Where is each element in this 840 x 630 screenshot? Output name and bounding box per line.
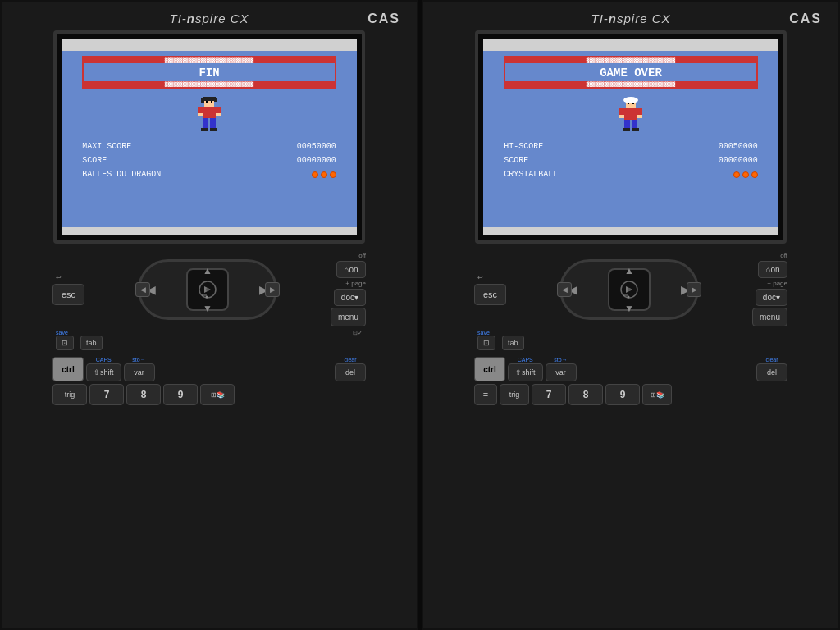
svg-point-18 bbox=[206, 295, 208, 298]
calc-right-cas: CAS bbox=[789, 11, 822, 26]
doc-key-right[interactable]: doc▾ bbox=[756, 289, 788, 306]
num9-key-left[interactable]: 9 bbox=[163, 384, 198, 405]
score-line-3-left: BALLES DU DRAGON bbox=[82, 167, 336, 181]
score-line-2-right: SCORE 00000000 bbox=[504, 153, 758, 167]
caps-label-left: CAPS bbox=[86, 357, 121, 363]
keyboard-row2-left: save ⊡ tab ⊡✓ bbox=[49, 330, 369, 350]
game-area-left: ▓▓▓▓▓▓▓▓▓▓▓▓▓▓▓▓▓▓▓▓▓▓▓▓▓▓▓▓▓▓ FIN ▓▓▓▓▓… bbox=[62, 51, 357, 227]
shift-key-left[interactable]: ⇧shift bbox=[86, 363, 121, 381]
svg-rect-26 bbox=[637, 108, 642, 115]
svg-rect-1 bbox=[203, 97, 216, 101]
dpad-up-right[interactable]: ▲ bbox=[624, 265, 634, 276]
dpad-ring-right: ◀ ▶ ▲ ▼ bbox=[559, 259, 699, 320]
save-key-right[interactable]: ⊡ bbox=[477, 336, 495, 350]
center-icon-left bbox=[195, 277, 220, 302]
home-key-left[interactable]: ⌂on bbox=[336, 261, 366, 278]
svg-rect-11 bbox=[203, 118, 208, 128]
num7-key-left[interactable]: 7 bbox=[89, 384, 124, 405]
calc-right-header: TI-nspire CX CAS bbox=[431, 8, 830, 30]
var-key-right[interactable]: var bbox=[546, 363, 577, 381]
svg-rect-8 bbox=[216, 107, 221, 113]
svg-rect-31 bbox=[623, 128, 630, 131]
side-btn-left-right[interactable]: ◀ bbox=[557, 282, 572, 297]
side-btn-left-left[interactable]: ◀ bbox=[135, 282, 150, 297]
ctrl-key-right[interactable]: ctrl bbox=[474, 357, 505, 381]
sto-label-right: sto→ bbox=[546, 357, 577, 363]
svg-rect-27 bbox=[619, 115, 624, 118]
calc-right-brand: TI-nspire CX bbox=[591, 11, 670, 25]
sto-var-group: sto→ var bbox=[124, 357, 155, 381]
clear-del-group: clear del bbox=[335, 357, 366, 381]
keyboard-row1-left: ↩ esc ◀ ▶ ▲ ▼ bbox=[49, 252, 369, 326]
num7-key-right[interactable]: 7 bbox=[532, 384, 566, 405]
calculator-right: TI-nspire CX CAS ▓▓▓▓▓▓▓▓▓▓▓▓▓▓▓▓▓▓▓▓▓▓▓… bbox=[422, 0, 840, 630]
svg-rect-14 bbox=[210, 128, 217, 131]
side-btn-right-left[interactable]: ▶ bbox=[265, 282, 280, 297]
menu-key-left[interactable]: menu bbox=[331, 308, 366, 326]
esc-key-right[interactable]: esc bbox=[474, 284, 506, 305]
home-key-right[interactable]: ⌂on bbox=[758, 261, 788, 278]
keyboard-row1-right: ↩ esc ◀ ▶ ▲ ▼ bbox=[471, 252, 791, 326]
dpad-up-left[interactable]: ▲ bbox=[203, 265, 212, 276]
page-label-left: + page bbox=[345, 280, 366, 287]
keyboard-bottom-right: ctrl CAPS ⇧shift sto→ var clear del bbox=[471, 354, 791, 405]
dpad-area-right: ◀ ▶ ▲ ▼ bbox=[555, 257, 703, 322]
ball-r2 bbox=[742, 171, 749, 178]
side-btn-right-right[interactable]: ▶ bbox=[687, 282, 701, 297]
svg-rect-4 bbox=[206, 101, 208, 103]
keyboard-row2-right: save ⊡ tab bbox=[471, 330, 791, 350]
keyboard-left: ↩ esc ◀ ▶ ▲ ▼ bbox=[49, 252, 369, 405]
trig-key-right[interactable]: trig bbox=[500, 384, 529, 405]
svg-rect-9 bbox=[198, 113, 203, 116]
dpad-down-right[interactable]: ▼ bbox=[624, 303, 634, 314]
number-row-left: trig 7 8 9 ⊞📚 bbox=[49, 384, 369, 405]
score-area-left: MAXI SCORE 00050000 SCORE 00000000 BALLE… bbox=[82, 139, 336, 181]
tab-key-left[interactable]: tab bbox=[80, 336, 103, 350]
calc-left-cas: CAS bbox=[368, 11, 400, 26]
game-area-right: ▓▓▓▓▓▓▓▓▓▓▓▓▓▓▓▓▓▓▓▓▓▓▓▓▓▓▓▓▓▓ GAME OVER… bbox=[483, 51, 778, 227]
eq-key-right[interactable]: = bbox=[474, 384, 497, 405]
dpad-down-left[interactable]: ▼ bbox=[203, 303, 212, 314]
modifier-row-left: ctrl CAPS ⇧shift sto→ var clear del bbox=[49, 357, 369, 381]
num8-key-right[interactable]: 8 bbox=[568, 384, 603, 405]
svg-rect-5 bbox=[211, 101, 212, 103]
dpad-area-left: ◀ ▶ ▲ ▼ bbox=[134, 257, 281, 322]
svg-rect-13 bbox=[201, 128, 208, 131]
screen-top-white-right bbox=[483, 39, 778, 51]
title-top-border: ▓▓▓▓▓▓▓▓▓▓▓▓▓▓▓▓▓▓▓▓▓▓▓▓▓▓▓▓▓▓ bbox=[84, 57, 335, 63]
menu-key-right[interactable]: menu bbox=[752, 308, 788, 326]
off-label-right: off bbox=[780, 252, 788, 259]
calculator-left: TI-nspire CX CAS ▓▓▓▓▓▓▓▓▓▓▓▓▓▓▓▓▓▓▓▓▓▓▓… bbox=[0, 0, 418, 630]
num9-key-right[interactable]: 9 bbox=[605, 384, 640, 405]
calc-left-brand: TI-nspire CX bbox=[169, 11, 249, 25]
calc-right-screen: ▓▓▓▓▓▓▓▓▓▓▓▓▓▓▓▓▓▓▓▓▓▓▓▓▓▓▓▓▓▓ GAME OVER… bbox=[483, 39, 778, 235]
del-key-right[interactable]: del bbox=[756, 363, 788, 381]
tab-key-right[interactable]: tab bbox=[502, 336, 524, 350]
esc-key-left[interactable]: esc bbox=[52, 284, 84, 305]
num8-key-left[interactable]: 8 bbox=[126, 384, 161, 405]
var-key-left[interactable]: var bbox=[124, 363, 155, 381]
ctrl-key-left[interactable]: ctrl bbox=[52, 357, 84, 381]
extra-key-right[interactable]: ⊞📚 bbox=[642, 384, 672, 405]
keyboard-bottom-left: ctrl CAPS ⇧shift sto→ var clear del bbox=[49, 354, 369, 405]
balls-left bbox=[312, 171, 336, 178]
extra-key-left[interactable]: ⊞📚 bbox=[200, 384, 235, 405]
off-label-left: off bbox=[358, 252, 366, 259]
title-text-container: FIN bbox=[84, 63, 335, 81]
calc-left-screen-bezel: ▓▓▓▓▓▓▓▓▓▓▓▓▓▓▓▓▓▓▓▓▓▓▓▓▓▓▓▓▓▓ FIN ▓▓▓▓▓… bbox=[53, 30, 365, 244]
dpad-ring-left: ◀ ▶ ▲ ▼ bbox=[138, 259, 277, 320]
svg-rect-30 bbox=[632, 120, 637, 128]
del-key-left[interactable]: del bbox=[335, 363, 366, 381]
calc-left-screen: ▓▓▓▓▓▓▓▓▓▓▓▓▓▓▓▓▓▓▓▓▓▓▓▓▓▓▓▓▓▓ FIN ▓▓▓▓▓… bbox=[62, 39, 357, 235]
title-box-left: ▓▓▓▓▓▓▓▓▓▓▓▓▓▓▓▓▓▓▓▓▓▓▓▓▓▓▓▓▓▓ FIN ▓▓▓▓▓… bbox=[82, 56, 336, 89]
caps-shift-group: CAPS ⇧shift bbox=[86, 357, 121, 381]
number-row-right: = trig 7 8 9 ⊞📚 bbox=[471, 384, 791, 405]
score-line-3-right: CRYSTALBALL bbox=[504, 167, 758, 181]
screen-bottom-white-left bbox=[62, 227, 357, 235]
trig-key-left[interactable]: trig bbox=[52, 384, 87, 405]
save-key-left[interactable]: ⊡ bbox=[56, 336, 74, 350]
svg-rect-32 bbox=[632, 128, 639, 131]
shift-key-right[interactable]: ⇧shift bbox=[508, 363, 543, 381]
doc-key-left[interactable]: doc▾ bbox=[334, 289, 366, 306]
game-title-left: FIN bbox=[199, 66, 219, 80]
